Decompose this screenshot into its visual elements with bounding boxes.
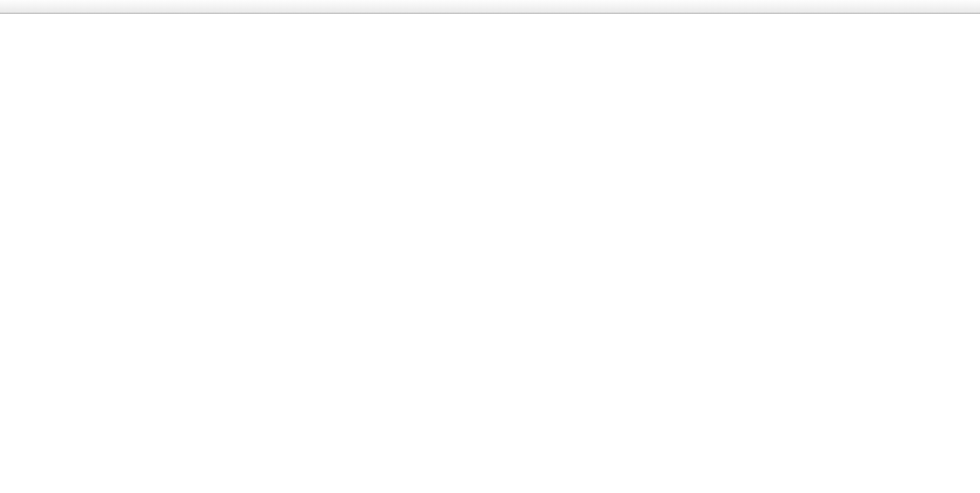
chart-area[interactable] — [0, 14, 980, 493]
main-toolbar — [0, 0, 980, 14]
